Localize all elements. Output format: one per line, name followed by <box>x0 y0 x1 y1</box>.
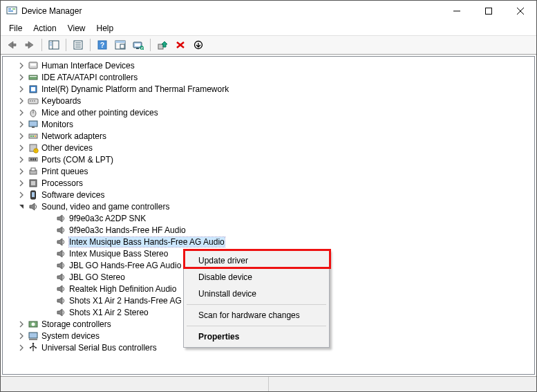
tree-category[interactable]: Processors <box>3 177 534 189</box>
tree-category[interactable]: !Other devices <box>3 142 534 153</box>
help-button[interactable]: ? <box>94 37 111 53</box>
menubar: File Action View Help <box>1 21 536 35</box>
tree-device[interactable]: 9f9e0a3c A2DP SNK <box>3 212 534 224</box>
svg-rect-35 <box>30 76 37 77</box>
svg-line-27 <box>143 49 144 50</box>
chevron-right-icon[interactable] <box>17 343 26 353</box>
svg-rect-2 <box>8 10 13 12</box>
statusbar <box>1 376 536 391</box>
menu-action[interactable]: Action <box>28 22 62 35</box>
context-menu-item[interactable]: Disable device <box>186 269 327 286</box>
tree-category[interactable]: Sound, video and game controllers <box>3 200 534 212</box>
speaker-icon <box>55 260 66 271</box>
cpu-icon <box>28 178 39 189</box>
speaker-icon <box>55 248 66 259</box>
menu-help[interactable]: Help <box>91 22 120 35</box>
chevron-right-icon[interactable] <box>17 84 26 94</box>
tree-category[interactable]: Monitors <box>3 118 534 130</box>
speaker-icon <box>55 307 66 318</box>
tree-category[interactable]: Ports (COM & LPT) <box>3 153 534 165</box>
speaker-icon <box>55 295 66 306</box>
chevron-right-icon[interactable] <box>17 319 26 329</box>
chevron-down-icon[interactable] <box>17 202 26 212</box>
update-driver-toolbar-button[interactable] <box>154 37 171 53</box>
back-button[interactable] <box>3 37 20 53</box>
chevron-right-icon[interactable] <box>17 108 26 118</box>
svg-rect-62 <box>32 192 35 197</box>
properties-button[interactable] <box>70 37 86 53</box>
close-button[interactable] <box>505 1 536 21</box>
svg-rect-28 <box>158 44 163 49</box>
tree-category[interactable]: IDE ATA/ATAPI controllers <box>3 71 534 83</box>
chevron-right-icon[interactable] <box>17 131 26 141</box>
tree-category-label: Network adapters <box>41 131 106 141</box>
maximize-button[interactable] <box>473 1 505 21</box>
statusbar-cell <box>269 377 536 391</box>
chevron-right-icon[interactable] <box>17 143 26 153</box>
tree-spacer <box>44 225 54 235</box>
scan-button[interactable] <box>130 37 147 53</box>
chevron-right-icon[interactable] <box>17 155 26 165</box>
menu-view[interactable]: View <box>62 22 91 35</box>
tree-category[interactable]: Network adapters <box>3 130 534 142</box>
svg-rect-68 <box>30 347 31 348</box>
svg-text:?: ? <box>100 41 104 49</box>
svg-rect-54 <box>30 158 32 160</box>
action-button[interactable] <box>112 37 129 53</box>
chevron-right-icon[interactable] <box>17 190 26 200</box>
chevron-right-icon[interactable] <box>17 61 26 71</box>
tree-device[interactable]: Intex Musique Bass Hands-Free AG Audio <box>3 236 534 248</box>
tree-device-label: Intex Musique Bass Stereo <box>69 249 168 259</box>
svg-rect-66 <box>29 339 37 340</box>
context-menu-separator <box>187 304 326 305</box>
ide-icon <box>28 72 39 83</box>
svg-rect-56 <box>35 158 36 160</box>
tree-device[interactable]: 9f9e0a3c Hands-Free HF Audio <box>3 224 534 236</box>
menu-file[interactable]: File <box>3 22 28 35</box>
tree-spacer <box>44 284 54 294</box>
tree-category-label: Processors <box>41 178 83 188</box>
chevron-right-icon[interactable] <box>17 331 26 341</box>
chevron-right-icon[interactable] <box>17 96 26 106</box>
chevron-right-icon[interactable] <box>17 73 26 82</box>
network-icon <box>28 131 39 142</box>
other-icon: ! <box>28 142 39 153</box>
svg-point-69 <box>35 346 37 348</box>
svg-rect-9 <box>26 44 29 46</box>
chevron-right-icon[interactable] <box>17 178 26 188</box>
tree-category[interactable]: Intel(R) Dynamic Platform and Thermal Fr… <box>3 83 534 95</box>
tree-category-label: IDE ATA/ATAPI controllers <box>41 73 138 82</box>
uninstall-device-toolbar-button[interactable] <box>172 37 189 53</box>
context-menu-item[interactable]: Properties <box>186 328 327 345</box>
svg-point-67 <box>32 342 35 344</box>
svg-rect-33 <box>30 64 36 66</box>
context-menu-item[interactable]: Scan for hardware changes <box>186 307 327 324</box>
context-menu-item[interactable]: Update driver <box>186 252 327 269</box>
system-icon <box>28 330 39 342</box>
tree-category-label: Other devices <box>41 143 93 153</box>
context-menu-item[interactable]: Uninstall device <box>186 286 327 302</box>
svg-rect-22 <box>120 44 124 48</box>
tree-spacer <box>44 261 54 270</box>
svg-rect-60 <box>31 181 35 185</box>
tree-category[interactable]: Software devices <box>3 189 534 200</box>
chevron-right-icon[interactable] <box>17 120 26 129</box>
tree-spacer <box>44 272 54 282</box>
show-hide-console-tree-button[interactable] <box>46 37 62 53</box>
tree-category-label: Intel(R) Dynamic Platform and Thermal Fr… <box>41 84 229 94</box>
tree-category[interactable]: Human Interface Devices <box>3 59 534 71</box>
tree-category[interactable]: Print queues <box>3 165 534 177</box>
disable-device-toolbar-button[interactable] <box>190 37 207 53</box>
svg-rect-65 <box>29 333 37 338</box>
svg-rect-24 <box>135 44 140 46</box>
svg-rect-3 <box>12 8 15 10</box>
svg-rect-8 <box>12 44 16 46</box>
svg-rect-39 <box>30 100 31 102</box>
tree-category[interactable]: Mice and other pointing devices <box>3 106 534 118</box>
forward-button[interactable] <box>21 37 38 53</box>
chevron-right-icon[interactable] <box>17 167 26 176</box>
svg-rect-44 <box>29 121 37 127</box>
minimize-button[interactable] <box>441 1 473 21</box>
tree-category[interactable]: Keyboards <box>3 95 534 106</box>
toolbar-sep <box>90 39 91 51</box>
